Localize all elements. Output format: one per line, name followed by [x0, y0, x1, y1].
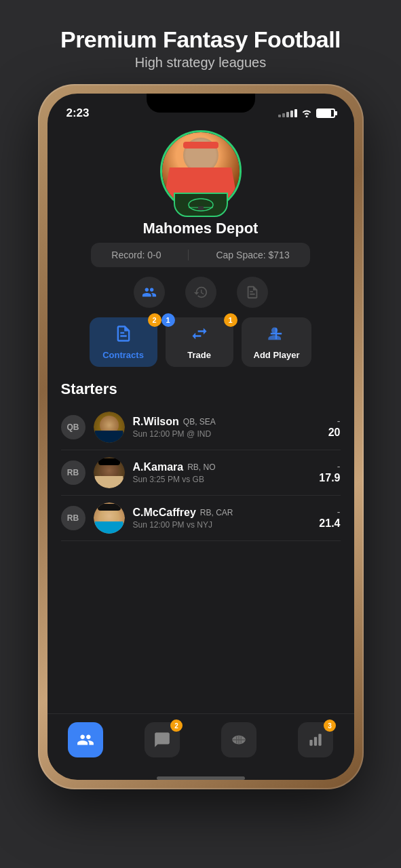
player-row[interactable]: RB A.Kamara RB, NO Sun 3:25 PM [61, 450, 341, 496]
status-time: 2:23 [66, 106, 90, 120]
position-badge-rb2: RB [61, 506, 85, 530]
player-row[interactable]: RB C.McCaffrey RB, CAR Sun 12: [61, 496, 341, 541]
player-avatar-mccaffrey [94, 502, 125, 534]
status-icons [278, 108, 335, 118]
battery-icon [316, 108, 335, 118]
team-name: Mahomes Depot [143, 220, 259, 237]
player-avatar-wilson [94, 412, 125, 443]
wifi-icon [301, 109, 312, 117]
score-dash: - [319, 507, 340, 517]
player-pos-team: QB, SEA [183, 417, 216, 427]
add-player-label: Add Player [254, 350, 300, 360]
player-pos-team: RB, CAR [200, 508, 233, 517]
svg-rect-2 [198, 206, 204, 210]
nav-bg-stats: 3 [298, 722, 333, 757]
score-value: 20 [328, 427, 341, 439]
action-row: 2 Contracts 1 1 [76, 317, 326, 367]
trade-badge-right: 1 [224, 313, 237, 327]
trade-button[interactable]: 1 1 Trade [166, 317, 233, 367]
player-name: C.McCaffrey [133, 507, 196, 519]
player-score-mccaffrey: - 21.4 [319, 507, 340, 530]
score-value: 21.4 [319, 517, 340, 530]
position-badge-rb1: RB [61, 460, 85, 485]
nav-bg-chat: 2 [145, 722, 180, 757]
add-player-button[interactable]: Add Player [242, 317, 312, 367]
contracts-icon [114, 324, 133, 347]
tab-roster[interactable] [237, 277, 268, 308]
nav-bg-football [221, 722, 256, 757]
home-indicator [157, 776, 245, 780]
svg-rect-11 [318, 734, 321, 746]
trade-label: Trade [187, 350, 211, 360]
player-score-wilson: - 20 [328, 416, 341, 439]
info-bar: Record: 0-0 Cap Space: $713 [91, 243, 309, 267]
phone-frame: 2:23 [38, 84, 364, 789]
avatar [160, 130, 242, 212]
nav-item-team[interactable] [47, 719, 124, 760]
bottom-nav: 2 [47, 713, 354, 774]
phone-content: Mahomes Depot Record: 0-0 Cap Space: $71… [47, 123, 354, 780]
cap-space-label: Cap Space: $713 [216, 250, 289, 260]
contracts-button[interactable]: 2 Contracts [90, 317, 157, 367]
score-dash: - [328, 416, 341, 427]
starters-section: Starters QB R.Wilson QB, SEA [47, 380, 354, 713]
nav-item-stats[interactable]: 3 [278, 719, 354, 760]
player-info-mccaffrey: C.McCaffrey RB, CAR Sun 12:00 PM vs NYJ [133, 507, 311, 530]
header-subtitle: High strategy leagues [14, 55, 387, 71]
player-avatar-kamara [94, 457, 125, 488]
add-player-icon [267, 324, 286, 347]
profile-section: Mahomes Depot Record: 0-0 Cap Space: $71… [47, 123, 354, 380]
header-section: Premium Fantasy Football High strategy l… [0, 0, 401, 84]
stats-badge: 3 [324, 719, 336, 732]
player-info-kamara: A.Kamara RB, NO Sun 3:25 PM vs GB [133, 461, 311, 484]
position-badge-qb: QB [61, 415, 85, 439]
score-dash: - [319, 461, 340, 472]
player-score-kamara: - 17.9 [319, 461, 340, 484]
chat-badge: 2 [170, 719, 183, 732]
player-game: Sun 12:00 PM @ IND [133, 429, 320, 439]
svg-point-3 [271, 328, 278, 334]
tab-team[interactable] [134, 277, 165, 308]
info-divider [188, 250, 189, 260]
player-game: Sun 12:00 PM vs NYJ [133, 520, 311, 530]
tab-history[interactable] [185, 277, 216, 308]
header-title: Premium Fantasy Football [14, 27, 387, 52]
notch [147, 94, 255, 113]
record-label: Record: 0-0 [111, 250, 161, 260]
trade-icon [190, 324, 209, 347]
contracts-badge: 2 [148, 313, 161, 327]
score-value: 17.9 [319, 472, 340, 484]
signal-icon [278, 109, 297, 117]
helmet-decoration [174, 193, 228, 217]
starters-title: Starters [61, 380, 341, 398]
svg-rect-9 [309, 740, 312, 746]
player-pos-team: RB, NO [187, 462, 215, 472]
player-name: R.Wilson [133, 416, 179, 428]
player-info-wilson: R.Wilson QB, SEA Sun 12:00 PM @ IND [133, 416, 320, 439]
contracts-label: Contracts [102, 350, 144, 360]
phone-screen: 2:23 [47, 94, 354, 780]
tab-row [134, 277, 268, 308]
nav-item-football[interactable] [201, 719, 278, 760]
player-name: A.Kamara [133, 461, 184, 473]
player-game: Sun 3:25 PM vs GB [133, 475, 311, 484]
player-row[interactable]: QB R.Wilson QB, SEA Sun 12:00 PM @ IND [61, 405, 341, 450]
svg-rect-10 [314, 737, 317, 746]
nav-bg-team [68, 722, 103, 757]
trade-badge-left: 1 [161, 313, 175, 327]
nav-item-chat[interactable]: 2 [124, 719, 201, 760]
